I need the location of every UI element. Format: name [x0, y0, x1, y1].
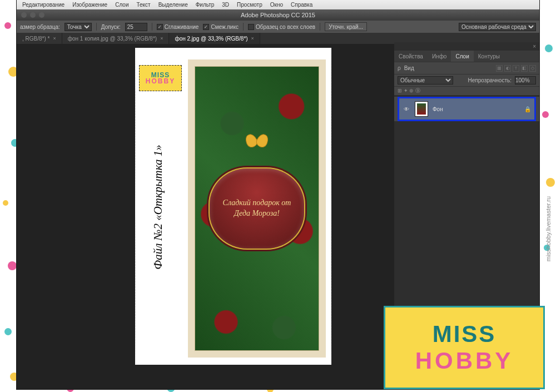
tab-info[interactable]: Инфо [428, 51, 451, 62]
layer-row-highlighted[interactable]: 👁 Фон 🔒 [398, 97, 536, 121]
document-tab[interactable]: , RGB/8*) *× [17, 33, 62, 44]
tolerance-label: Допуск: [101, 24, 121, 30]
workspace-switcher[interactable]: Основная рабочая среда [459, 23, 536, 31]
panel-tabs: Свойства Инфо Слои Контуры [394, 51, 539, 62]
visibility-icon[interactable]: 👁 [403, 106, 410, 112]
refine-edge-button[interactable]: Уточн. край... [325, 22, 367, 31]
document-canvas[interactable]: Файл №2 «Открытка 1» MISSHOBBY Сладкий п… [135, 48, 331, 365]
all-layers-checkbox[interactable]: Образец со всех слоев [248, 24, 315, 30]
watermark-url: misshobby.livemaster.ru [545, 196, 552, 261]
tab-properties[interactable]: Свойства [394, 51, 428, 62]
mac-menubar[interactable]: РедактированиеИзображениеСлои ТекстВыдел… [17, 0, 539, 9]
layer-filter-icons[interactable]: ▦◐T◧◇ [496, 65, 536, 72]
bow-icon [246, 134, 268, 151]
title-bar: Adobe Photoshop CC 2015 [17, 9, 539, 21]
document-tab-active[interactable]: фон 2.jpg @ 33,3% (RGB/8*)× [169, 33, 260, 44]
layer-thumbnail[interactable] [415, 101, 428, 117]
blend-mode-select[interactable]: Обычные [398, 76, 453, 85]
postcard-artwork: Сладкий подарок от Деда Мороза! [188, 59, 326, 358]
side-caption: Файл №2 «Открытка 1» [136, 48, 180, 365]
contiguous-checkbox[interactable]: ✓Смеж.пикс [203, 24, 239, 30]
opacity-input[interactable] [515, 76, 536, 85]
document-tab[interactable]: фон 1 копия.jpg @ 33,3% (RGB/8*)× [62, 33, 170, 44]
layer-name: Фон [433, 106, 443, 112]
tab-paths[interactable]: Контуры [474, 51, 504, 62]
panel-close-icon[interactable]: × [533, 43, 536, 49]
plaque-text: Сладкий подарок от Деда Мороза! [209, 167, 305, 250]
sample-size-select[interactable]: Точка [64, 23, 92, 31]
miss-hobby-small-badge: MISSHOBBY [139, 65, 182, 91]
options-bar: азмер образца: Точка Допуск: ✓Сглаживани… [17, 21, 539, 33]
tolerance-input[interactable] [125, 23, 147, 31]
sample-size-label: азмер образца: [20, 24, 60, 30]
canvas-area[interactable]: Файл №2 «Открытка 1» MISSHOBBY Сладкий п… [17, 44, 394, 389]
window-controls[interactable] [21, 9, 44, 21]
tab-layers[interactable]: Слои [451, 51, 473, 62]
miss-hobby-watermark-badge: MISS HOBBY [384, 306, 545, 389]
lock-icon[interactable]: 🔒 [524, 106, 531, 112]
close-icon[interactable]: × [251, 36, 254, 41]
close-icon[interactable]: × [53, 36, 56, 41]
antialias-checkbox[interactable]: ✓Сглаживание [157, 24, 199, 30]
close-icon[interactable]: × [160, 36, 163, 41]
